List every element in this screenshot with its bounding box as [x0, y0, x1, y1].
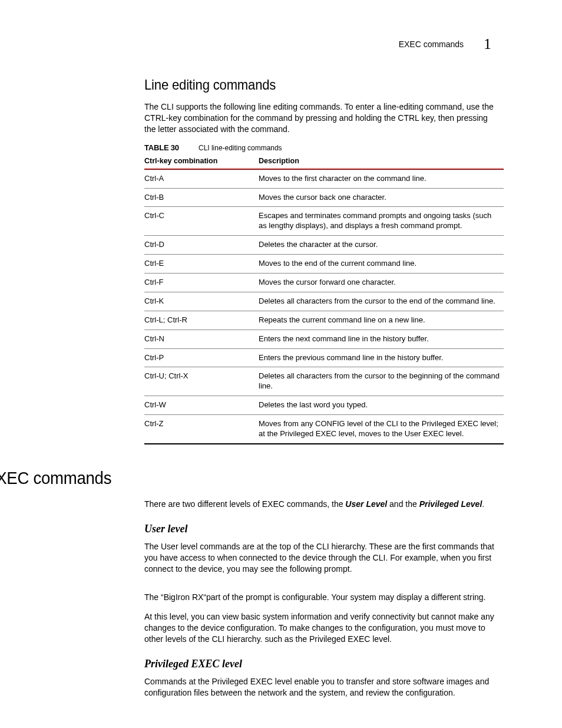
description-cell: Moves from any CONFIG level of the CLI t…: [259, 415, 504, 444]
table-row: Ctrl-WDeletes the last word you typed.: [144, 396, 504, 415]
description-cell: Moves to the first character on the comm…: [259, 169, 504, 188]
table-row: Ctrl-U; Ctrl-XDeletes all characters fro…: [144, 367, 504, 396]
subsection-title-user-level: User level: [144, 523, 497, 535]
table-row: Ctrl-L; Ctrl-RRepeats the current comman…: [144, 311, 504, 330]
cli-line-editing-table: Ctrl-key combination Description Ctrl-AM…: [144, 153, 504, 444]
table-row: Ctrl-NEnters the next command line in th…: [144, 330, 504, 348]
table-caption: TABLE 30 CLI line-editing commands: [144, 143, 497, 152]
description-cell: Deletes the character at the cursor.: [259, 236, 504, 255]
chapter-number: 1: [484, 35, 491, 52]
table-row: Ctrl-DDeletes the character at the curso…: [144, 236, 504, 255]
ctrl-key-cell: Ctrl-L; Ctrl-R: [144, 311, 259, 330]
user-level-p3: At this level, you can view basic system…: [144, 611, 497, 645]
ctrl-key-cell: Ctrl-P: [144, 348, 259, 367]
description-cell: Moves the cursor back one character.: [259, 188, 504, 207]
ctrl-key-cell: Ctrl-A: [144, 169, 259, 188]
ctrl-key-cell: Ctrl-B: [144, 188, 259, 207]
running-title-text: EXEC commands: [399, 39, 464, 49]
running-header: EXEC commands 1: [65, 35, 497, 53]
table-row: Ctrl-CEscapes and terminates command pro…: [144, 207, 504, 236]
page: EXEC commands 1 Line editing commands Th…: [0, 0, 562, 728]
text: and the: [387, 499, 419, 509]
table-row: Ctrl-ZMoves from any CONFIG level of the…: [144, 415, 504, 444]
table-label: TABLE 30: [144, 143, 179, 152]
description-cell: Moves to the end of the current command …: [259, 255, 504, 274]
text: There are two different levels of EXEC c…: [144, 499, 345, 509]
ctrl-key-cell: Ctrl-F: [144, 274, 259, 292]
ctrl-key-cell: Ctrl-K: [144, 292, 259, 311]
ctrl-key-cell: Ctrl-Z: [144, 415, 259, 444]
table-row: Ctrl-FMoves the cursor forward one chara…: [144, 274, 504, 292]
privileged-p1: Commands at the Privileged EXEC level en…: [144, 676, 497, 699]
emphasis-user-level: User Level: [345, 499, 387, 509]
section-exec: There are two different levels of EXEC c…: [144, 499, 497, 699]
table-title: CLI line-editing commands: [199, 143, 282, 152]
section-intro: The CLI supports the following line edit…: [144, 101, 497, 135]
text: .: [482, 499, 484, 509]
user-level-p1: The User level commands are at the top o…: [144, 541, 497, 575]
ctrl-key-cell: Ctrl-W: [144, 396, 259, 415]
table-header-desc: Description: [259, 153, 504, 169]
exec-intro: There are two different levels of EXEC c…: [144, 499, 497, 510]
description-cell: Moves the cursor forward one character.: [259, 274, 504, 292]
ctrl-key-cell: Ctrl-N: [144, 330, 259, 348]
description-cell: Enters the previous command line in the …: [259, 348, 504, 367]
section-line-editing: Line editing commands The CLI supports t…: [144, 77, 497, 444]
description-cell: Deletes all characters from the cursor t…: [259, 367, 504, 396]
description-cell: Repeats the current command line on a ne…: [259, 311, 504, 330]
user-level-p2: The “BigIron RX“part of the prompt is co…: [144, 592, 497, 603]
section-title-line-editing: Line editing commands: [144, 77, 497, 93]
ctrl-key-cell: Ctrl-C: [144, 207, 259, 236]
table-row: Ctrl-AMoves to the first character on th…: [144, 169, 504, 188]
ctrl-key-cell: Ctrl-E: [144, 255, 259, 274]
table-header-key: Ctrl-key combination: [144, 153, 259, 169]
ctrl-key-cell: Ctrl-U; Ctrl-X: [144, 367, 259, 396]
description-cell: Deletes all characters from the cursor t…: [259, 292, 504, 311]
table-row: Ctrl-PEnters the previous command line i…: [144, 348, 504, 367]
subsection-title-privileged-exec: Privileged EXEC level: [144, 658, 497, 670]
table-row: Ctrl-EMoves to the end of the current co…: [144, 255, 504, 274]
table-row: Ctrl-KDeletes all characters from the cu…: [144, 292, 504, 311]
description-cell: Enters the next command line in the hist…: [259, 330, 504, 348]
description-cell: Deletes the last word you typed.: [259, 396, 504, 415]
table-row: Ctrl-BMoves the cursor back one characte…: [144, 188, 504, 207]
chapter-title-exec: EXEC commands: [0, 468, 497, 488]
description-cell: Escapes and terminates command prompts a…: [259, 207, 504, 236]
ctrl-key-cell: Ctrl-D: [144, 236, 259, 255]
emphasis-privileged-level: Privileged Level: [419, 499, 482, 509]
